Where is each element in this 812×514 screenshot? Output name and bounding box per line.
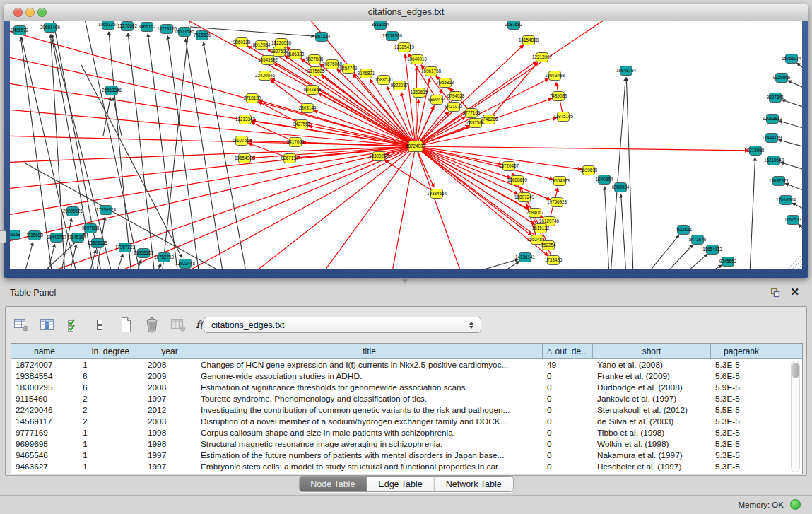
graph-edge[interactable] xyxy=(785,184,802,191)
graph-edge[interactable] xyxy=(155,264,161,269)
cell-in_degree[interactable]: 1 xyxy=(78,450,143,460)
cell-out_de[interactable]: 0 xyxy=(543,382,593,392)
table-settings-icon[interactable] xyxy=(13,316,30,333)
graph-edge[interactable] xyxy=(750,158,755,269)
graph-edge[interactable] xyxy=(683,255,707,269)
graph-edge[interactable] xyxy=(10,146,416,216)
cell-year[interactable]: 1997 xyxy=(143,394,196,404)
cell-name[interactable]: 9463627 xyxy=(11,462,78,472)
graph-edge[interactable] xyxy=(167,36,199,269)
cell-pagerank[interactable]: 5.6E-5 xyxy=(711,371,772,381)
graph-edge[interactable] xyxy=(38,146,416,269)
tab-edge-table[interactable]: Edge Table xyxy=(367,477,434,491)
table-row[interactable]: 1830029562008Estimation of significance … xyxy=(11,382,802,393)
cell-short[interactable]: Yano et al. (2008) xyxy=(593,360,711,370)
tab-network-table[interactable]: Network Table xyxy=(435,477,513,491)
table-row[interactable]: 1872400712008Changes of HCN gene express… xyxy=(11,359,802,370)
cell-in_degree[interactable]: 2 xyxy=(78,416,143,426)
cell-title[interactable]: Investigating the contribution of common… xyxy=(196,405,543,415)
memory-status-indicator[interactable] xyxy=(790,499,801,510)
cell-in_degree[interactable]: 2 xyxy=(78,394,143,404)
cell-title[interactable]: Structural magnetic resonance image aver… xyxy=(196,439,543,449)
cell-short[interactable]: Wolkin et al. (1998) xyxy=(593,439,711,449)
graph-edge[interactable] xyxy=(180,146,416,269)
cell-short[interactable]: Franke et al. (2009) xyxy=(593,371,711,381)
row-height-icon[interactable] xyxy=(91,316,108,333)
cell-out_de[interactable]: 0 xyxy=(543,416,593,426)
table-row[interactable]: 2242004622012Investigating the contribut… xyxy=(11,404,802,416)
cell-year[interactable]: 1998 xyxy=(143,428,196,438)
cell-pagerank[interactable]: 5.3E-5 xyxy=(711,394,772,404)
graph-edge[interactable] xyxy=(626,78,633,269)
graph-edge[interactable] xyxy=(605,187,609,269)
node-attribute-table[interactable]: namein_degreeyeartitle△out_de...shortpag… xyxy=(11,343,803,474)
graph-edge[interactable] xyxy=(109,32,131,269)
cell-short[interactable]: Hescheler et al. (1997) xyxy=(593,462,711,472)
cell-out_de[interactable]: 49 xyxy=(543,360,593,370)
cell-out_de[interactable]: 0 xyxy=(543,405,593,415)
graph-edge[interactable] xyxy=(779,121,802,129)
cell-pagerank[interactable]: 5.3E-5 xyxy=(711,428,772,438)
cell-year[interactable]: 2012 xyxy=(143,405,196,415)
cell-in_degree[interactable]: 1 xyxy=(78,439,143,449)
cell-title[interactable]: Tourette syndrome. Phenomenology and cla… xyxy=(196,394,543,404)
cell-in_degree[interactable]: 6 xyxy=(78,382,143,392)
cell-out_de[interactable]: 0 xyxy=(543,439,593,449)
cell-in_degree[interactable]: 1 xyxy=(78,428,143,438)
cell-title[interactable]: Estimation of the future numbers of pati… xyxy=(196,450,543,460)
graph-edge[interactable] xyxy=(113,98,122,136)
cell-name[interactable]: 18300295 xyxy=(11,382,78,392)
citation-network-graph[interactable]: 1872400718300295986012889129541822605898… xyxy=(10,21,802,269)
graph-edge[interactable] xyxy=(788,81,802,88)
graph-edge[interactable] xyxy=(621,194,626,269)
cell-pagerank[interactable]: 5.3E-5 xyxy=(711,462,772,472)
select-all-checks-icon[interactable] xyxy=(65,316,82,333)
graph-edge[interactable] xyxy=(109,146,416,269)
close-panel-icon[interactable]: ✕ xyxy=(790,286,799,298)
cell-year[interactable]: 2009 xyxy=(143,371,196,381)
resize-grip[interactable] xyxy=(792,259,802,269)
cell-year[interactable]: 1998 xyxy=(143,439,196,449)
graph-edge[interactable] xyxy=(416,79,548,146)
cell-pagerank[interactable]: 5.3E-5 xyxy=(711,450,772,460)
new-table-icon[interactable] xyxy=(117,316,134,333)
cell-out_de[interactable]: 0 xyxy=(543,462,593,472)
column-selector-icon[interactable] xyxy=(39,316,56,333)
scrollbar-thumb[interactable] xyxy=(792,363,799,378)
table-row[interactable]: 1456911722003Disruption of a novel membe… xyxy=(11,416,802,427)
graph-edge[interactable] xyxy=(782,100,802,107)
cell-name[interactable]: 18724007 xyxy=(11,360,78,370)
panel-drawer-handle[interactable] xyxy=(0,230,6,243)
cell-in_degree[interactable]: 6 xyxy=(78,371,143,381)
table-selector-dropdown[interactable]: citations_edges.txt xyxy=(204,317,481,333)
cell-out_de[interactable]: 0 xyxy=(543,394,593,404)
cell-title[interactable]: Changes of HCN gene expression and I(f) … xyxy=(196,360,543,370)
cell-name[interactable]: 9465546 xyxy=(11,450,78,460)
cell-short[interactable]: Nakamura et al. (1997) xyxy=(593,450,711,460)
cell-short[interactable]: Stergiakouli et al. (2012) xyxy=(593,405,711,415)
tab-node-table[interactable]: Node Table xyxy=(299,477,367,491)
cell-short[interactable]: Jankovic et al. (1997) xyxy=(593,394,711,404)
table-body[interactable]: 1872400712008Changes of HCN gene express… xyxy=(11,359,802,472)
cell-pagerank[interactable]: 5.3E-5 xyxy=(711,416,772,426)
graph-edge[interactable] xyxy=(24,163,222,269)
graph-edge[interactable] xyxy=(24,243,33,269)
column-header-out_de[interactable]: △out_de... xyxy=(543,344,593,359)
cell-short[interactable]: Tibbo et al. (1998) xyxy=(593,428,711,438)
delete-table-trash-icon[interactable] xyxy=(143,316,160,333)
cell-year[interactable]: 2003 xyxy=(143,416,196,426)
cell-pagerank[interactable]: 5.3E-5 xyxy=(711,360,772,370)
column-header-title[interactable]: title xyxy=(196,344,543,359)
table-row[interactable]: 946362711997Embryonic stem cells: a mode… xyxy=(11,461,802,472)
graph-edge[interactable] xyxy=(704,265,722,269)
graph-edge[interactable] xyxy=(781,163,802,170)
cell-out_de[interactable]: 0 xyxy=(543,428,593,438)
cell-title[interactable]: Estimation of significance thresholds fo… xyxy=(196,382,543,392)
cell-year[interactable]: 1997 xyxy=(143,462,196,472)
cell-title[interactable]: Disruption of a novel member of a sodium… xyxy=(196,416,543,426)
table-row[interactable]: 911546021997Tourette syndrome. Phenomeno… xyxy=(11,393,802,404)
column-header-year[interactable]: year xyxy=(143,344,196,359)
cell-out_de[interactable]: 0 xyxy=(543,450,593,460)
column-header-pagerank[interactable]: pagerank xyxy=(711,344,772,359)
cell-pagerank[interactable]: 5.3E-5 xyxy=(711,439,772,449)
